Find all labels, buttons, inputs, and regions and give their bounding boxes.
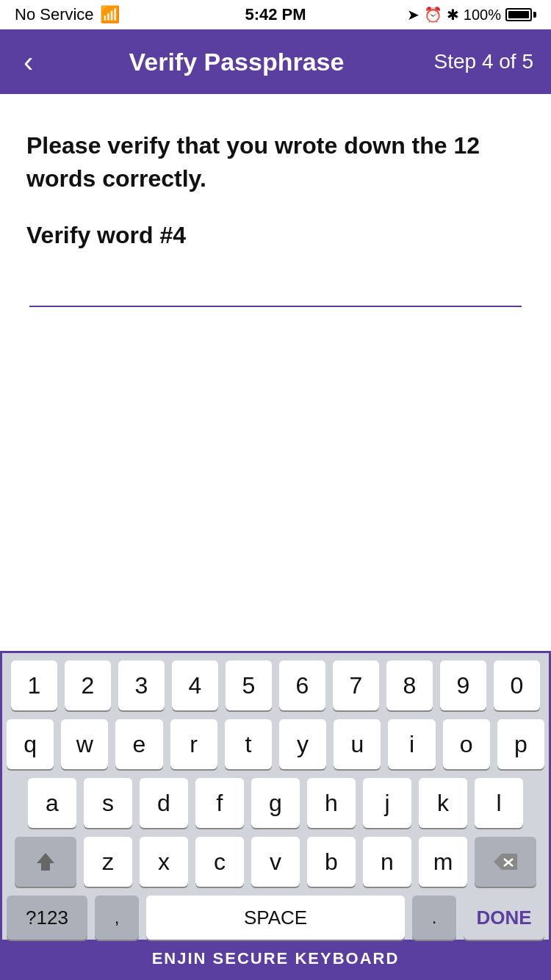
- key-j[interactable]: j: [363, 778, 411, 828]
- backspace-key[interactable]: [475, 837, 536, 887]
- status-bar: No Service 📶 5:42 PM ➤ ⏰ ✱ 100%: [0, 0, 551, 29]
- verify-label: Verify word #4: [26, 222, 525, 249]
- key-s[interactable]: s: [84, 778, 132, 828]
- done-key[interactable]: DONE: [464, 896, 544, 940]
- wifi-icon: 📶: [100, 5, 120, 24]
- battery-percent: 100%: [464, 7, 501, 24]
- keyboard-wrapper: 1 2 3 4 5 6 7 8 9 0 q w e r t y u i o p …: [0, 651, 551, 980]
- key-r[interactable]: r: [170, 719, 217, 769]
- key-7[interactable]: 7: [333, 660, 379, 710]
- bottom-row: ?123 , SPACE . DONE: [7, 896, 544, 940]
- status-time: 5:42 PM: [245, 5, 306, 24]
- back-button[interactable]: ‹: [18, 41, 39, 82]
- key-g[interactable]: g: [251, 778, 300, 828]
- alarm-icon: ⏰: [424, 6, 442, 24]
- key-v[interactable]: v: [251, 837, 300, 887]
- keyboard-label-bar: ENJIN SECURE KEYBOARD: [2, 940, 549, 978]
- key-0[interactable]: 0: [494, 660, 540, 710]
- instruction-text: Please verify that you wrote down the 12…: [26, 129, 525, 195]
- battery-icon: [505, 8, 536, 21]
- status-left: No Service 📶: [15, 5, 120, 24]
- key-p[interactable]: p: [497, 719, 544, 769]
- numeric-key[interactable]: ?123: [7, 896, 87, 940]
- key-y[interactable]: y: [279, 719, 326, 769]
- period-key[interactable]: .: [412, 896, 456, 940]
- shift-icon: [35, 851, 56, 872]
- key-w[interactable]: w: [61, 719, 108, 769]
- key-4[interactable]: 4: [172, 660, 218, 710]
- key-9[interactable]: 9: [440, 660, 486, 710]
- status-right: ➤ ⏰ ✱ 100%: [407, 6, 536, 24]
- word-input[interactable]: [29, 267, 522, 307]
- key-2[interactable]: 2: [65, 660, 111, 710]
- keyboard: 1 2 3 4 5 6 7 8 9 0 q w e r t y u i o p …: [2, 653, 549, 940]
- key-8[interactable]: 8: [386, 660, 433, 710]
- carrier-text: No Service: [15, 5, 94, 24]
- key-1[interactable]: 1: [11, 660, 57, 710]
- key-m[interactable]: m: [419, 837, 467, 887]
- key-i[interactable]: i: [388, 719, 435, 769]
- key-a[interactable]: a: [28, 778, 76, 828]
- key-z[interactable]: z: [84, 837, 132, 887]
- shift-key[interactable]: [15, 837, 76, 887]
- key-d[interactable]: d: [140, 778, 188, 828]
- nav-bar: ‹ Verify Passphrase Step 4 of 5: [0, 29, 551, 94]
- backspace-icon: [492, 852, 519, 871]
- word-input-container: [26, 267, 525, 307]
- key-u[interactable]: u: [334, 719, 381, 769]
- key-n[interactable]: n: [363, 837, 411, 887]
- key-q[interactable]: q: [7, 719, 54, 769]
- svg-marker-0: [37, 853, 54, 871]
- location-icon: ➤: [407, 6, 419, 24]
- key-o[interactable]: o: [443, 719, 490, 769]
- qwerty-row: q w e r t y u i o p: [7, 719, 544, 769]
- key-5[interactable]: 5: [226, 660, 272, 710]
- page-title: Verify Passphrase: [39, 48, 433, 76]
- key-l[interactable]: l: [475, 778, 523, 828]
- key-c[interactable]: c: [195, 837, 244, 887]
- key-h[interactable]: h: [307, 778, 356, 828]
- bluetooth-icon: ✱: [447, 6, 459, 24]
- zxcv-row: z x c v b n m: [7, 837, 544, 887]
- key-e[interactable]: e: [115, 719, 162, 769]
- key-f[interactable]: f: [195, 778, 244, 828]
- key-b[interactable]: b: [307, 837, 356, 887]
- key-3[interactable]: 3: [118, 660, 165, 710]
- space-key[interactable]: SPACE: [146, 896, 405, 940]
- keyboard-label-text: ENJIN SECURE KEYBOARD: [152, 949, 400, 968]
- content-area: Please verify that you wrote down the 12…: [0, 94, 551, 336]
- key-x[interactable]: x: [140, 837, 188, 887]
- comma-key[interactable]: ,: [95, 896, 139, 940]
- number-row: 1 2 3 4 5 6 7 8 9 0: [7, 660, 544, 710]
- asdf-row: a s d f g h j k l: [7, 778, 544, 828]
- key-6[interactable]: 6: [279, 660, 325, 710]
- key-t[interactable]: t: [225, 719, 272, 769]
- step-indicator: Step 4 of 5: [434, 50, 533, 73]
- key-k[interactable]: k: [419, 778, 467, 828]
